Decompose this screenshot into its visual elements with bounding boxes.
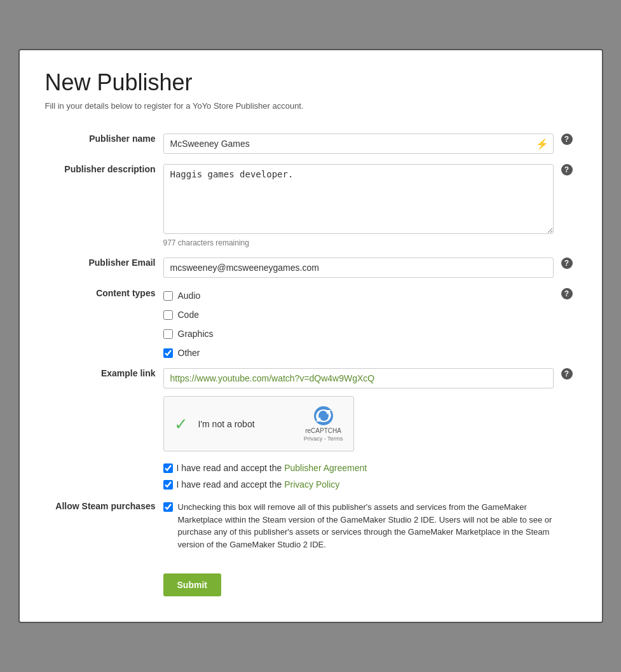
other-label: Other <box>178 348 200 358</box>
graphics-checkbox[interactable] <box>163 329 173 339</box>
agreement2-static-text: I have read and accept the <box>177 479 285 490</box>
example-link-help-icon[interactable]: ? <box>561 368 573 380</box>
example-link-label: Example link <box>45 363 160 456</box>
captcha-brand: reCAPTCHA <box>305 427 341 434</box>
publisher-name-row: Publisher name ⚡ ? <box>45 128 577 159</box>
form-table: Publisher name ⚡ ? Publisher description… <box>45 128 577 456</box>
publisher-name-icon: ⚡ <box>536 138 549 150</box>
publisher-name-wrapper: ⚡ <box>163 134 554 154</box>
chars-remaining: 977 characters remaining <box>163 238 554 247</box>
content-types-label: Content types <box>45 283 160 363</box>
example-link-row: Example link ✓ I'm not a robot <box>45 363 577 456</box>
publisher-description-label: Publisher description <box>45 159 160 252</box>
publisher-email-cell <box>160 252 557 283</box>
steam-form-table: Allow Steam purchases Unchecking this bo… <box>45 496 577 556</box>
publisher-agreement-link[interactable]: Publisher Agreement <box>284 463 367 473</box>
page-title: New Publisher <box>45 69 577 96</box>
code-checkbox[interactable] <box>163 310 173 320</box>
allow-steam-description: Unchecking this box will remove all of t… <box>178 501 554 551</box>
captcha-box[interactable]: ✓ I'm not a robot reCAPTCHA Privacy - Te… <box>163 396 354 451</box>
captcha-right: reCAPTCHA Privacy - Terms <box>304 406 343 442</box>
submit-section: Submit <box>163 573 577 596</box>
allow-steam-content: Unchecking this box will remove all of t… <box>163 501 554 551</box>
publisher-email-label: Publisher Email <box>45 252 160 283</box>
publisher-name-cell: ⚡ <box>160 128 557 159</box>
allow-steam-label: Allow Steam purchases <box>45 496 160 556</box>
code-label: Code <box>178 310 199 320</box>
captcha-privacy: Privacy <box>304 435 323 442</box>
captcha-label: I'm not a robot <box>198 419 255 429</box>
captcha-checkmark-icon: ✓ <box>174 415 192 433</box>
submit-button[interactable]: Submit <box>163 573 221 596</box>
publisher-email-help-cell: ? <box>557 252 577 283</box>
page-container: New Publisher Fill in your details below… <box>18 49 603 623</box>
audio-label: Audio <box>178 291 201 301</box>
publisher-description-input[interactable]: Haggis games developer. <box>163 164 554 234</box>
publisher-agreement-row: I have read and accept the Publisher Agr… <box>163 463 577 473</box>
publisher-email-help-icon[interactable]: ? <box>561 257 573 269</box>
example-link-input[interactable] <box>163 368 554 388</box>
content-types-help-icon[interactable]: ? <box>561 288 573 299</box>
other-checkbox[interactable] <box>163 348 173 358</box>
content-type-audio: Audio <box>163 291 554 301</box>
content-type-code: Code <box>163 310 554 320</box>
privacy-policy-row: I have read and accept the Privacy Polic… <box>163 479 577 490</box>
publisher-description-row: Publisher description Haggis games devel… <box>45 159 577 252</box>
audio-checkbox[interactable] <box>163 291 173 301</box>
page-subtitle: Fill in your details below to register f… <box>45 101 577 111</box>
content-types-help-cell: ? <box>557 283 577 363</box>
agreements-section: I have read and accept the Publisher Agr… <box>163 463 577 490</box>
allow-steam-row: Allow Steam purchases Unchecking this bo… <box>45 496 577 556</box>
publisher-name-help-cell: ? <box>557 128 577 159</box>
captcha-left: ✓ I'm not a robot <box>174 415 255 433</box>
publisher-agreement-checkbox[interactable] <box>163 463 173 473</box>
publisher-email-row: Publisher Email ? <box>45 252 577 283</box>
allow-steam-cell: Unchecking this box will remove all of t… <box>160 496 557 556</box>
publisher-name-input[interactable] <box>163 134 554 154</box>
publisher-email-input[interactable] <box>163 257 554 278</box>
publisher-name-help-icon[interactable]: ? <box>561 134 573 145</box>
agreement1-static-text: I have read and accept the <box>177 463 285 473</box>
privacy-policy-checkbox[interactable] <box>163 480 173 490</box>
captcha-links: Privacy - Terms <box>304 435 343 442</box>
recaptcha-logo <box>313 406 334 426</box>
allow-steam-help-cell <box>557 496 577 556</box>
example-link-cell: ✓ I'm not a robot reCAPTCHA Privacy - Te… <box>160 363 557 456</box>
publisher-description-cell: Haggis games developer. 977 characters r… <box>160 159 557 252</box>
publisher-description-help-cell: ? <box>557 159 577 252</box>
content-types-cell: Audio Code Graphics Other <box>160 283 557 363</box>
publisher-agreement-text: I have read and accept the Publisher Agr… <box>177 463 367 473</box>
content-types-group: Audio Code Graphics Other <box>163 288 554 358</box>
captcha-terms: Terms <box>327 435 343 442</box>
graphics-label: Graphics <box>178 329 214 339</box>
example-link-help-cell: ? <box>557 363 577 456</box>
privacy-policy-link[interactable]: Privacy Policy <box>284 479 339 490</box>
publisher-name-label: Publisher name <box>45 128 160 159</box>
content-type-other: Other <box>163 348 554 358</box>
privacy-policy-text: I have read and accept the Privacy Polic… <box>177 479 340 490</box>
allow-steam-checkbox[interactable] <box>163 502 173 512</box>
content-types-row: Content types Audio Code Graphics <box>45 283 577 363</box>
captcha-separator: - <box>322 435 327 442</box>
publisher-description-help-icon[interactable]: ? <box>561 164 573 175</box>
content-type-graphics: Graphics <box>163 329 554 339</box>
